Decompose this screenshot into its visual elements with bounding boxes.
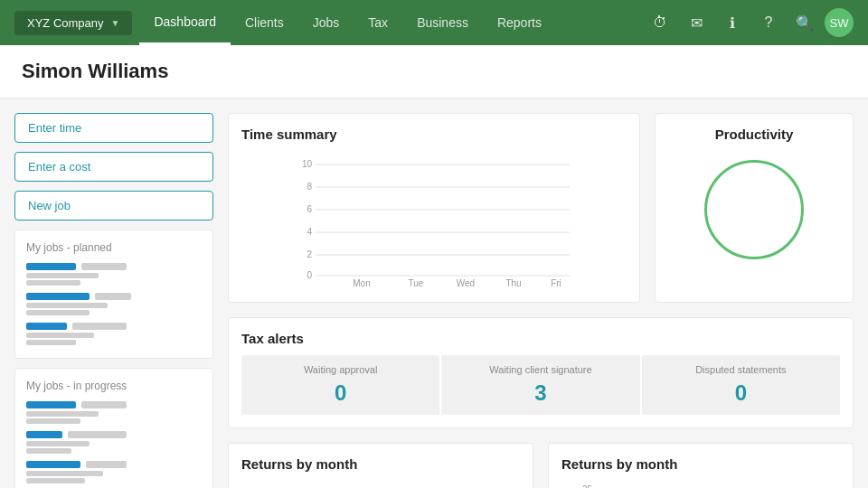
job-progress-bar: [26, 431, 62, 438]
job-title-line: [26, 441, 90, 446]
waiting-signature-value: 3: [454, 380, 627, 406]
job-progress-bar: [26, 263, 76, 270]
waiting-signature-cell: Waiting client signature 3: [441, 355, 639, 415]
nav-link-tax[interactable]: Tax: [354, 0, 402, 45]
svg-text:6: 6: [307, 204, 312, 214]
returns-left-chart: Apr May Jun Jul Aug Sep Oct 0: [241, 481, 520, 488]
time-summary-card: Time summary 10 8 6 4 2 0: [228, 113, 640, 303]
tax-alerts-card: Tax alerts Waiting approval 0 Waiting cl…: [228, 317, 854, 428]
nav-link-reports[interactable]: Reports: [483, 0, 556, 45]
job-progress-bar: [26, 323, 67, 330]
nav-link-dashboard[interactable]: Dashboard: [139, 0, 231, 45]
job-remaining-bar: [72, 323, 127, 330]
list-item: [26, 293, 202, 315]
svg-text:4: 4: [307, 227, 312, 237]
svg-text:8: 8: [307, 182, 312, 192]
svg-text:0: 0: [307, 270, 312, 280]
svg-text:Tue: Tue: [409, 278, 424, 286]
returns-left-title: Returns by month: [241, 456, 520, 472]
job-title-line: [26, 333, 94, 338]
tax-alerts-title: Tax alerts: [241, 331, 840, 346]
job-remaining-bar: [95, 293, 131, 300]
waiting-signature-label: Waiting client signature: [454, 364, 627, 375]
navigation: XYZ Company ▼ Dashboard Clients Jobs Tax…: [0, 0, 868, 45]
returns-right-title: Returns by month: [561, 456, 840, 472]
svg-text:Thu: Thu: [505, 278, 521, 286]
list-item: [26, 401, 202, 424]
list-item: [26, 323, 202, 345]
list-item: [26, 263, 202, 286]
nav-link-clients[interactable]: Clients: [231, 0, 298, 45]
job-subtitle-line: [26, 280, 80, 286]
svg-text:2: 2: [307, 249, 312, 259]
svg-text:25: 25: [582, 484, 593, 488]
job-subtitle-line: [26, 478, 85, 483]
enter-cost-button[interactable]: Enter a cost: [14, 152, 213, 182]
job-progress-bar: [26, 293, 90, 300]
job-subtitle-line: [26, 340, 76, 345]
enter-time-button[interactable]: Enter time: [14, 113, 213, 143]
job-title-line: [26, 303, 108, 308]
inprogress-jobs-section: My jobs - in progress: [14, 368, 213, 488]
svg-text:Wed: Wed: [457, 278, 475, 286]
avatar[interactable]: SW: [825, 8, 854, 37]
nav-link-business[interactable]: Business: [402, 0, 483, 45]
svg-text:Fri: Fri: [551, 278, 561, 286]
nav-icons: ⏱ ✉ ℹ ? 🔍 SW: [644, 6, 854, 39]
disputed-statements-label: Disputed statements: [655, 364, 827, 375]
waiting-approval-value: 0: [254, 380, 427, 406]
mail-icon[interactable]: ✉: [680, 6, 712, 39]
returns-right-card: Returns by month 25 12 0 IR3 IR3NR IR4 I…: [548, 443, 854, 488]
page-header: Simon Williams: [0, 45, 868, 99]
sidebar: Enter time Enter a cost New job My jobs …: [14, 113, 213, 488]
job-title-line: [26, 273, 99, 278]
clock-icon[interactable]: ⏱: [644, 6, 676, 39]
main-content: Time summary 10 8 6 4 2 0: [228, 113, 854, 488]
chevron-down-icon: ▼: [111, 18, 120, 28]
page-title: Simon Williams: [22, 60, 846, 83]
job-remaining-bar: [68, 431, 127, 438]
productivity-card: Productivity: [655, 113, 854, 303]
svg-text:Mon: Mon: [353, 278, 370, 286]
info-icon[interactable]: ℹ: [716, 6, 749, 39]
job-title-line: [26, 411, 99, 417]
returns-right-chart: 25 12 0 IR3 IR3NR IR4 IR6 IR7 IR8 IR9 PT…: [561, 481, 840, 488]
tax-alert-row: Waiting approval 0 Waiting client signat…: [241, 355, 840, 415]
disputed-statements-value: 0: [655, 380, 827, 406]
nav-link-jobs[interactable]: Jobs: [298, 0, 354, 45]
top-row: Time summary 10 8 6 4 2 0: [228, 113, 854, 303]
nav-logo[interactable]: XYZ Company ▼: [14, 11, 132, 35]
time-summary-chart: 10 8 6 4 2 0 Mon Tue Wed Thu Fri: [241, 151, 627, 286]
nav-links: Dashboard Clients Jobs Tax Business Repo…: [139, 0, 644, 45]
disputed-statements-cell: Disputed statements 0: [642, 355, 840, 415]
job-progress-bar: [26, 461, 80, 468]
job-subtitle-line: [26, 310, 90, 315]
returns-left-card: Returns by month Apr May Jun Jul Aug Sep…: [228, 443, 533, 488]
job-subtitle-line: [26, 448, 71, 454]
planned-section-title: My jobs - planned: [26, 241, 202, 254]
list-item: [26, 431, 202, 454]
job-remaining-bar: [81, 263, 127, 270]
productivity-circle: [704, 160, 804, 259]
time-summary-title: Time summary: [241, 127, 627, 142]
job-remaining-bar: [86, 461, 127, 468]
job-title-line: [26, 471, 103, 476]
job-progress-bar: [26, 401, 76, 408]
new-job-button[interactable]: New job: [14, 191, 213, 221]
svg-text:10: 10: [302, 159, 313, 169]
help-icon[interactable]: ?: [752, 6, 785, 39]
job-remaining-bar: [81, 401, 127, 408]
list-item: [26, 461, 202, 483]
inprogress-section-title: My jobs - in progress: [26, 380, 202, 392]
returns-row: Returns by month Apr May Jun Jul Aug Sep…: [228, 443, 854, 488]
waiting-approval-label: Waiting approval: [254, 364, 427, 375]
waiting-approval-cell: Waiting approval 0: [241, 355, 439, 415]
planned-jobs-section: My jobs - planned: [14, 230, 213, 359]
search-icon[interactable]: 🔍: [788, 6, 821, 39]
productivity-title: Productivity: [715, 127, 794, 142]
job-subtitle-line: [26, 418, 80, 424]
nav-logo-text: XYZ Company: [27, 16, 104, 30]
content-area: Enter time Enter a cost New job My jobs …: [0, 99, 868, 488]
